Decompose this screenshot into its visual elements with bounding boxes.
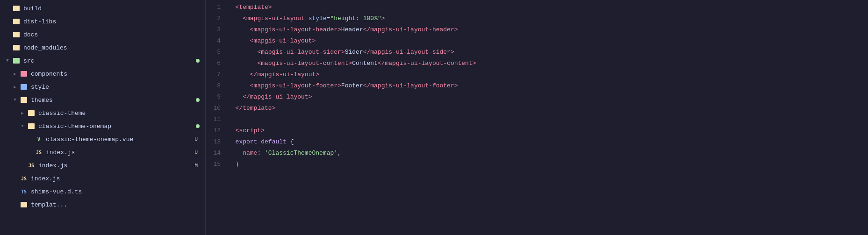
- dot-classic-theme-onemap: [196, 124, 200, 128]
- token: default: [261, 138, 287, 145]
- js-icon: JS: [27, 161, 36, 170]
- token: Content: [352, 60, 378, 67]
- code-line-3: 3 <mapgis-ui-layout-header>Header</mapgi…: [206, 24, 868, 36]
- line-content-15: }: [228, 159, 868, 170]
- token: [228, 4, 236, 11]
- token: Sider: [345, 49, 363, 56]
- chevron-components: ▶: [11, 70, 19, 78]
- code-line-7: 7 </mapgis-ui-layout>: [206, 69, 868, 80]
- tree-item-classic-theme-onemap-vue[interactable]: Vclassic-theme-onemap.vueU: [0, 133, 205, 146]
- chevron-classic-theme-onemap-vue: [26, 135, 34, 143]
- tree-item-node_modules[interactable]: node_modules: [0, 41, 205, 54]
- code-line-2: 2 <mapgis-ui-layout style="height: 100%"…: [206, 13, 868, 24]
- token: [228, 37, 250, 44]
- token: </mapgis-ui-layout-footer>: [363, 82, 458, 89]
- token: name: [243, 150, 257, 157]
- folder-classic-icon: [27, 109, 36, 117]
- dot-themes: [196, 98, 200, 102]
- token: style: [308, 15, 327, 22]
- code-line-5: 5 <mapgis-ui-layout-sider>Sider</mapgis-…: [206, 47, 868, 58]
- tree-item-style[interactable]: ▶style: [0, 80, 205, 93]
- tree-item-shims-vue[interactable]: TSshims-vue.d.ts: [0, 185, 205, 198]
- tree-item-src[interactable]: ▼src: [0, 54, 205, 67]
- chevron-themes: ▼: [11, 96, 19, 104]
- token: :: [257, 150, 265, 157]
- badge-classic-theme-onemap-vue: U: [194, 136, 201, 142]
- line-number-2: 2: [206, 15, 228, 22]
- tree-item-components[interactable]: ▶components: [0, 67, 205, 80]
- tree-item-classic-theme[interactable]: ▶classic-theme: [0, 107, 205, 120]
- token: <mapgis-ui-layout-header>: [250, 26, 341, 33]
- tree-label-build: build: [23, 5, 201, 12]
- line-number-14: 14: [206, 150, 228, 157]
- code-line-11: 11: [206, 114, 868, 125]
- line-number-6: 6: [206, 60, 228, 67]
- line-number-4: 4: [206, 37, 228, 44]
- tree-label-components: components: [31, 71, 201, 78]
- token: <script>: [236, 127, 265, 134]
- line-content-2: <mapgis-ui-layout style="height: 100%">: [228, 14, 868, 24]
- chevron-shims-vue: [11, 188, 19, 195]
- line-content-10: </template>: [228, 103, 868, 114]
- chevron-docs: [4, 31, 11, 38]
- tree-item-index-js-root[interactable]: JSindex.js: [0, 172, 205, 185]
- tree-label-classic-theme: classic-theme: [38, 110, 201, 117]
- tree-item-classic-theme-onemap[interactable]: ▼classic-theme-onemap: [0, 120, 205, 133]
- tree-item-build[interactable]: build: [0, 2, 205, 15]
- token: [228, 26, 250, 33]
- tree-item-themes[interactable]: ▼themes: [0, 93, 205, 107]
- tree-item-index-js-outer[interactable]: JSindex.jsM: [0, 159, 205, 172]
- js-icon: JS: [20, 174, 28, 183]
- line-number-13: 13: [206, 138, 228, 145]
- token: export: [236, 138, 258, 145]
- line-content-3: <mapgis-ui-layout-header>Header</mapgis-…: [228, 25, 868, 35]
- token: {: [287, 138, 294, 145]
- line-content-6: <mapgis-ui-layout-content>Content</mapgi…: [228, 58, 868, 69]
- tree-item-dist-libs[interactable]: dist-libs: [0, 15, 205, 28]
- line-number-1: 1: [206, 4, 228, 11]
- token: [305, 15, 308, 22]
- code-line-14: 14 name: 'ClassicThemeOnemap',: [206, 148, 868, 159]
- token: <template>: [236, 4, 272, 11]
- tree-item-docs[interactable]: docs: [0, 28, 205, 41]
- token: <mapgis-ui-layout-footer>: [250, 82, 341, 89]
- folder-style-icon: [20, 83, 28, 91]
- line-content-4: <mapgis-ui-layout>: [228, 36, 868, 46]
- line-number-15: 15: [206, 161, 228, 168]
- line-content-12: <script>: [228, 126, 868, 136]
- js-icon: JS: [35, 148, 43, 157]
- token: Header: [341, 26, 363, 33]
- tree-item-index-js-inner[interactable]: JSindex.jsU: [0, 146, 205, 159]
- chevron-index-js-root: [11, 175, 19, 182]
- token: </mapgis-ui-layout-header>: [363, 26, 458, 33]
- chevron-src: ▼: [4, 57, 11, 64]
- line-content-11: [228, 114, 868, 125]
- file-tree-sidebar[interactable]: builddist-libsdocsnode_modules▼src▶compo…: [0, 0, 206, 235]
- tree-item-template-partial[interactable]: templat...: [0, 198, 205, 211]
- tree-label-template-partial: templat...: [31, 201, 201, 208]
- tree-label-index-js-outer: index.js: [38, 162, 194, 169]
- tree-label-themes: themes: [31, 97, 196, 104]
- chevron-template-partial: [11, 201, 19, 208]
- line-content-7: </mapgis-ui-layout>: [228, 70, 868, 80]
- code-line-4: 4 <mapgis-ui-layout>: [206, 36, 868, 47]
- token: }: [236, 161, 239, 168]
- badge-index-js-outer: M: [194, 163, 201, 168]
- tree-label-shims-vue: shims-vue.d.ts: [31, 188, 201, 195]
- folder-build-icon: [12, 4, 21, 13]
- line-number-10: 10: [206, 105, 228, 112]
- ts-icon: TS: [20, 187, 28, 196]
- token: </mapgis-ui-layout>: [243, 93, 312, 100]
- token: [228, 71, 250, 78]
- dot-src: [196, 59, 200, 63]
- folder-node-icon: [12, 43, 21, 52]
- token: [228, 105, 236, 112]
- line-content-5: <mapgis-ui-layout-sider>Sider</mapgis-ui…: [228, 47, 868, 57]
- token: <mapgis-ui-layout-sider>: [257, 49, 344, 56]
- token: [228, 150, 243, 157]
- line-number-7: 7: [206, 71, 228, 78]
- code-line-8: 8 <mapgis-ui-layout-footer>Footer</mapgi…: [206, 80, 868, 92]
- code-line-13: 13 export default {: [206, 136, 868, 148]
- folder-src-icon: [12, 57, 21, 65]
- token: >: [381, 15, 385, 22]
